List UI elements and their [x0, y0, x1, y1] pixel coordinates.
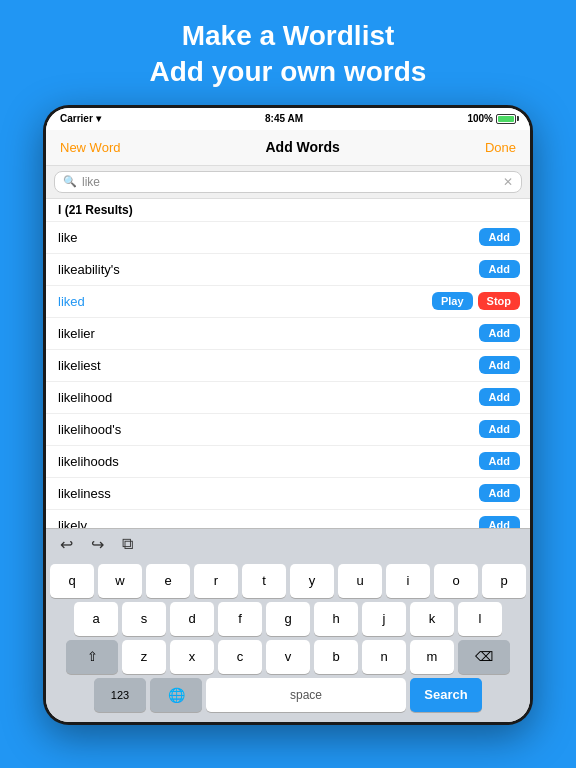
word-actions: Play Stop: [432, 292, 520, 310]
key-b[interactable]: b: [314, 640, 358, 674]
word-actions: Add: [479, 356, 520, 374]
key-y[interactable]: y: [290, 564, 334, 598]
undo-button[interactable]: ↩: [56, 533, 77, 556]
word-row: like Add: [46, 222, 530, 254]
word-text: likeliest: [58, 358, 101, 373]
word-row: likely Add: [46, 510, 530, 528]
device-wrapper: Carrier ▾ 8:45 AM 100% New Word Add Word…: [0, 105, 576, 725]
paste-button[interactable]: ⧉: [118, 533, 137, 555]
redo-button[interactable]: ↪: [87, 533, 108, 556]
word-row: likeability's Add: [46, 254, 530, 286]
search-button[interactable]: Search: [410, 678, 482, 712]
add-button[interactable]: Add: [479, 516, 520, 528]
word-text: likelier: [58, 326, 95, 341]
word-actions: Add: [479, 260, 520, 278]
numbers-key[interactable]: 123: [94, 678, 146, 712]
key-t[interactable]: t: [242, 564, 286, 598]
key-g[interactable]: g: [266, 602, 310, 636]
headline-line1: Make a Wordlist: [20, 18, 556, 54]
battery-icon: [496, 114, 516, 124]
word-actions: Add: [479, 452, 520, 470]
emoji-key[interactable]: 🌐: [150, 678, 202, 712]
word-actions: Add: [479, 516, 520, 528]
word-row: likelihood Add: [46, 382, 530, 414]
key-c[interactable]: c: [218, 640, 262, 674]
key-d[interactable]: d: [170, 602, 214, 636]
key-w[interactable]: w: [98, 564, 142, 598]
nav-title: Add Words: [265, 139, 339, 155]
search-icon: 🔍: [63, 175, 77, 188]
battery-tip: [517, 116, 519, 121]
word-list: like Add likeability's Add liked Pl: [46, 222, 530, 528]
key-r[interactable]: r: [194, 564, 238, 598]
add-button[interactable]: Add: [479, 420, 520, 438]
word-row: liked Play Stop: [46, 286, 530, 318]
new-word-button[interactable]: New Word: [60, 140, 120, 155]
play-button[interactable]: Play: [432, 292, 473, 310]
word-text: likelihood's: [58, 422, 121, 437]
key-z[interactable]: z: [122, 640, 166, 674]
battery-area: 100%: [467, 113, 516, 124]
keyboard-row-1: q w e r t y u i o p: [50, 564, 526, 598]
key-v[interactable]: v: [266, 640, 310, 674]
key-x[interactable]: x: [170, 640, 214, 674]
done-button[interactable]: Done: [485, 140, 516, 155]
headline-line2: Add your own words: [20, 54, 556, 90]
key-k[interactable]: k: [410, 602, 454, 636]
key-p[interactable]: p: [482, 564, 526, 598]
search-input[interactable]: [82, 175, 498, 189]
headline-block: Make a Wordlist Add your own words: [0, 0, 576, 105]
key-a[interactable]: a: [74, 602, 118, 636]
stop-button[interactable]: Stop: [478, 292, 520, 310]
keyboard-row-2: a s d f g h j k l: [50, 602, 526, 636]
key-s[interactable]: s: [122, 602, 166, 636]
word-actions: Add: [479, 388, 520, 406]
add-button[interactable]: Add: [479, 228, 520, 246]
word-text: likelihoods: [58, 454, 119, 469]
results-count: l (21 Results): [46, 199, 530, 222]
wifi-icon: ▾: [96, 113, 101, 124]
word-row: likelihood's Add: [46, 414, 530, 446]
key-o[interactable]: o: [434, 564, 478, 598]
add-button[interactable]: Add: [479, 324, 520, 342]
key-j[interactable]: j: [362, 602, 406, 636]
add-button[interactable]: Add: [479, 388, 520, 406]
search-bar-container: 🔍 ✕: [46, 166, 530, 199]
key-l[interactable]: l: [458, 602, 502, 636]
key-f[interactable]: f: [218, 602, 262, 636]
word-actions: Add: [479, 420, 520, 438]
device: Carrier ▾ 8:45 AM 100% New Word Add Word…: [43, 105, 533, 725]
add-button[interactable]: Add: [479, 260, 520, 278]
delete-key[interactable]: ⌫: [458, 640, 510, 674]
battery-fill: [498, 116, 514, 122]
key-u[interactable]: u: [338, 564, 382, 598]
key-i[interactable]: i: [386, 564, 430, 598]
word-actions: Add: [479, 324, 520, 342]
nav-bar: New Word Add Words Done: [46, 130, 530, 166]
word-actions: Add: [479, 484, 520, 502]
search-clear-button[interactable]: ✕: [503, 175, 513, 189]
word-text: likeliness: [58, 486, 111, 501]
key-h[interactable]: h: [314, 602, 358, 636]
add-button[interactable]: Add: [479, 484, 520, 502]
time-display: 8:45 AM: [265, 113, 303, 124]
search-bar: 🔍 ✕: [54, 171, 522, 193]
space-key[interactable]: space: [206, 678, 406, 712]
word-row: likeliness Add: [46, 478, 530, 510]
keyboard-row-3: ⇧ z x c v b n m ⌫: [50, 640, 526, 674]
shift-key[interactable]: ⇧: [66, 640, 118, 674]
word-text: likelihood: [58, 390, 112, 405]
key-n[interactable]: n: [362, 640, 406, 674]
word-row: likelier Add: [46, 318, 530, 350]
key-e[interactable]: e: [146, 564, 190, 598]
add-button[interactable]: Add: [479, 356, 520, 374]
device-screen: Carrier ▾ 8:45 AM 100% New Word Add Word…: [46, 108, 530, 722]
keyboard-toolbar: ↩ ↪ ⧉: [46, 528, 530, 560]
key-m[interactable]: m: [410, 640, 454, 674]
word-row: likeliest Add: [46, 350, 530, 382]
key-q[interactable]: q: [50, 564, 94, 598]
status-bar: Carrier ▾ 8:45 AM 100%: [46, 108, 530, 130]
add-button[interactable]: Add: [479, 452, 520, 470]
battery-percent: 100%: [467, 113, 493, 124]
word-actions: Add: [479, 228, 520, 246]
